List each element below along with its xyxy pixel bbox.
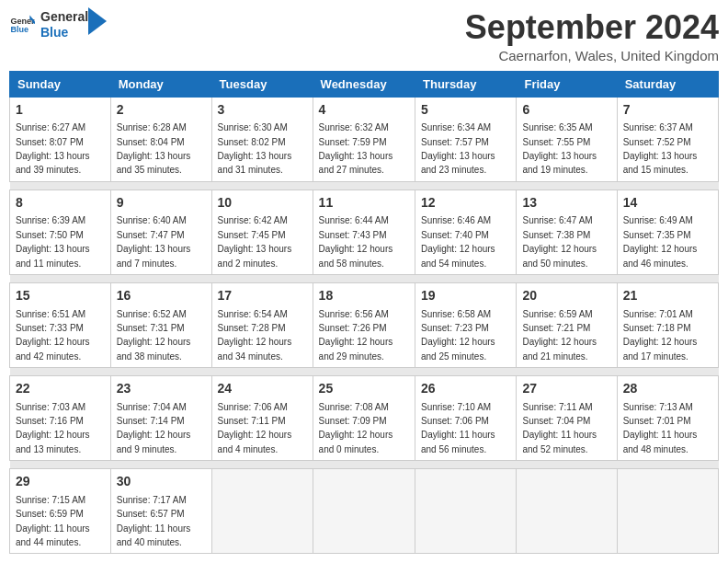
- day-number: 30: [117, 473, 206, 491]
- week-row-1: 1 Sunrise: 6:27 AMSunset: 8:07 PMDayligh…: [10, 97, 719, 181]
- day-info: Sunrise: 6:32 AMSunset: 7:59 PMDaylight:…: [319, 122, 393, 175]
- day-number: 14: [623, 194, 712, 213]
- spacer-cell: [211, 461, 313, 469]
- spacer-cell: [10, 181, 111, 190]
- calendar-cell: [415, 469, 517, 554]
- title-section: September 2024 Caernarfon, Wales, United…: [465, 9, 719, 63]
- spacer-row: [10, 461, 719, 469]
- day-number: 13: [522, 194, 610, 213]
- day-number: 20: [522, 287, 610, 305]
- day-info: Sunrise: 6:54 AMSunset: 7:28 PMDaylight:…: [218, 309, 292, 362]
- calendar-cell: 21 Sunrise: 7:01 AMSunset: 7:18 PMDaylig…: [617, 282, 718, 367]
- calendar-cell: 27 Sunrise: 7:11 AMSunset: 7:04 PMDaylig…: [517, 376, 617, 461]
- day-info: Sunrise: 6:59 AMSunset: 7:21 PMDaylight:…: [522, 309, 597, 362]
- col-monday: Monday: [110, 71, 211, 97]
- spacer-cell: [211, 368, 313, 376]
- spacer-cell: [110, 274, 211, 282]
- calendar-cell: 3 Sunrise: 6:30 AMSunset: 8:02 PMDayligh…: [211, 97, 313, 181]
- day-info: Sunrise: 6:28 AMSunset: 8:04 PMDaylight:…: [117, 122, 191, 175]
- day-number: 8: [16, 194, 105, 213]
- day-info: Sunrise: 6:58 AMSunset: 7:23 PMDaylight:…: [421, 309, 495, 362]
- calendar-cell: 26 Sunrise: 7:10 AMSunset: 7:06 PMDaylig…: [415, 376, 517, 461]
- logo-arrow-icon: [88, 7, 107, 35]
- day-info: Sunrise: 6:35 AMSunset: 7:55 PMDaylight:…: [522, 122, 597, 175]
- spacer-cell: [415, 181, 517, 190]
- col-saturday: Saturday: [617, 71, 718, 97]
- spacer-cell: [211, 274, 313, 282]
- week-row-4: 22 Sunrise: 7:03 AMSunset: 7:16 PMDaylig…: [10, 376, 719, 461]
- calendar-cell: 30 Sunrise: 7:17 AMSunset: 6:57 PMDaylig…: [110, 469, 211, 554]
- calendar-table: Sunday Monday Tuesday Wednesday Thursday…: [9, 71, 719, 555]
- day-number: 15: [16, 287, 105, 305]
- day-info: Sunrise: 7:15 AMSunset: 6:59 PMDaylight:…: [16, 495, 90, 547]
- logo: General Blue General Blue: [9, 9, 107, 40]
- spacer-cell: [517, 181, 617, 190]
- spacer-cell: [617, 181, 718, 190]
- day-number: 10: [218, 194, 307, 213]
- calendar-cell: 19 Sunrise: 6:58 AMSunset: 7:23 PMDaylig…: [415, 282, 517, 367]
- calendar-header-row: Sunday Monday Tuesday Wednesday Thursday…: [10, 71, 719, 97]
- day-number: 4: [319, 101, 409, 120]
- day-info: Sunrise: 7:04 AMSunset: 7:14 PMDaylight:…: [117, 402, 191, 454]
- day-number: 12: [421, 194, 510, 213]
- page-header: General Blue General Blue September 2024…: [9, 9, 719, 63]
- spacer-cell: [517, 274, 617, 282]
- spacer-cell: [110, 181, 211, 190]
- calendar-cell: 24 Sunrise: 7:06 AMSunset: 7:11 PMDaylig…: [211, 376, 313, 461]
- calendar-cell: 23 Sunrise: 7:04 AMSunset: 7:14 PMDaylig…: [110, 376, 211, 461]
- calendar-cell: 9 Sunrise: 6:40 AMSunset: 7:47 PMDayligh…: [110, 190, 211, 274]
- day-number: 9: [117, 194, 206, 213]
- day-info: Sunrise: 6:44 AMSunset: 7:43 PMDaylight:…: [319, 215, 393, 268]
- day-number: 5: [421, 101, 510, 120]
- calendar-cell: 17 Sunrise: 6:54 AMSunset: 7:28 PMDaylig…: [211, 282, 313, 367]
- day-info: Sunrise: 7:08 AMSunset: 7:09 PMDaylight:…: [319, 402, 393, 454]
- spacer-row: [10, 274, 719, 282]
- calendar-cell: 1 Sunrise: 6:27 AMSunset: 8:07 PMDayligh…: [10, 97, 111, 181]
- day-info: Sunrise: 6:37 AMSunset: 7:52 PMDaylight:…: [623, 122, 698, 175]
- week-row-3: 15 Sunrise: 6:51 AMSunset: 7:33 PMDaylig…: [10, 282, 719, 367]
- spacer-cell: [313, 461, 415, 469]
- day-number: 24: [218, 380, 307, 398]
- calendar-cell: 25 Sunrise: 7:08 AMSunset: 7:09 PMDaylig…: [313, 376, 415, 461]
- calendar-cell: 7 Sunrise: 6:37 AMSunset: 7:52 PMDayligh…: [617, 97, 718, 181]
- calendar-cell: 11 Sunrise: 6:44 AMSunset: 7:43 PMDaylig…: [313, 190, 415, 274]
- day-number: 6: [522, 101, 610, 120]
- week-row-5: 29 Sunrise: 7:15 AMSunset: 6:59 PMDaylig…: [10, 469, 719, 554]
- spacer-cell: [110, 461, 211, 469]
- day-info: Sunrise: 6:46 AMSunset: 7:40 PMDaylight:…: [421, 215, 495, 268]
- calendar-cell: 18 Sunrise: 6:56 AMSunset: 7:26 PMDaylig…: [313, 282, 415, 367]
- col-thursday: Thursday: [415, 71, 517, 97]
- day-info: Sunrise: 6:27 AMSunset: 8:07 PMDaylight:…: [16, 122, 90, 175]
- calendar-cell: 12 Sunrise: 6:46 AMSunset: 7:40 PMDaylig…: [415, 190, 517, 274]
- calendar-cell: 22 Sunrise: 7:03 AMSunset: 7:16 PMDaylig…: [10, 376, 111, 461]
- spacer-cell: [313, 274, 415, 282]
- spacer-cell: [211, 181, 313, 190]
- spacer-cell: [617, 368, 718, 376]
- day-number: 17: [218, 287, 307, 305]
- day-number: 23: [117, 380, 206, 398]
- spacer-cell: [415, 368, 517, 376]
- logo-general-text: General: [40, 9, 88, 25]
- spacer-cell: [10, 368, 111, 376]
- calendar-cell: [517, 469, 617, 554]
- day-info: Sunrise: 6:42 AMSunset: 7:45 PMDaylight:…: [218, 215, 292, 268]
- day-number: 25: [319, 380, 409, 398]
- calendar-cell: 5 Sunrise: 6:34 AMSunset: 7:57 PMDayligh…: [415, 97, 517, 181]
- spacer-cell: [313, 181, 415, 190]
- spacer-cell: [617, 461, 718, 469]
- day-number: 1: [16, 101, 105, 120]
- spacer-cell: [10, 461, 111, 469]
- spacer-row: [10, 368, 719, 376]
- col-friday: Friday: [517, 71, 617, 97]
- day-number: 22: [16, 380, 105, 398]
- svg-marker-4: [88, 7, 107, 35]
- day-info: Sunrise: 6:51 AMSunset: 7:33 PMDaylight:…: [16, 309, 90, 362]
- spacer-cell: [313, 368, 415, 376]
- spacer-cell: [110, 368, 211, 376]
- calendar-cell: [211, 469, 313, 554]
- day-info: Sunrise: 6:40 AMSunset: 7:47 PMDaylight:…: [117, 215, 191, 268]
- col-sunday: Sunday: [10, 71, 111, 97]
- day-info: Sunrise: 7:06 AMSunset: 7:11 PMDaylight:…: [218, 402, 292, 454]
- day-number: 27: [522, 380, 610, 398]
- day-info: Sunrise: 7:11 AMSunset: 7:04 PMDaylight:…: [522, 402, 597, 454]
